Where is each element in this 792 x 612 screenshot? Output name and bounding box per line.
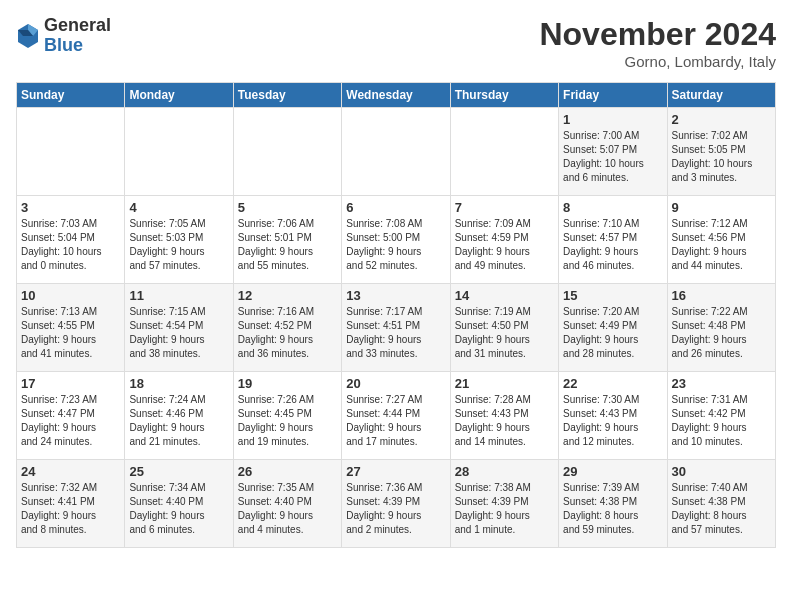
- day-info: Sunrise: 7:28 AM Sunset: 4:43 PM Dayligh…: [455, 393, 554, 449]
- day-info: Sunrise: 7:06 AM Sunset: 5:01 PM Dayligh…: [238, 217, 337, 273]
- calendar-cell: 25Sunrise: 7:34 AM Sunset: 4:40 PM Dayli…: [125, 460, 233, 548]
- header-row: SundayMondayTuesdayWednesdayThursdayFrid…: [17, 83, 776, 108]
- weekday-header: Tuesday: [233, 83, 341, 108]
- calendar-cell: 19Sunrise: 7:26 AM Sunset: 4:45 PM Dayli…: [233, 372, 341, 460]
- location: Gorno, Lombardy, Italy: [539, 53, 776, 70]
- day-number: 30: [672, 464, 771, 479]
- day-number: 7: [455, 200, 554, 215]
- day-number: 21: [455, 376, 554, 391]
- day-info: Sunrise: 7:08 AM Sunset: 5:00 PM Dayligh…: [346, 217, 445, 273]
- calendar-cell: 4Sunrise: 7:05 AM Sunset: 5:03 PM Daylig…: [125, 196, 233, 284]
- day-info: Sunrise: 7:00 AM Sunset: 5:07 PM Dayligh…: [563, 129, 662, 185]
- calendar-row: 17Sunrise: 7:23 AM Sunset: 4:47 PM Dayli…: [17, 372, 776, 460]
- logo-icon: [16, 22, 40, 50]
- calendar-cell: 8Sunrise: 7:10 AM Sunset: 4:57 PM Daylig…: [559, 196, 667, 284]
- day-info: Sunrise: 7:27 AM Sunset: 4:44 PM Dayligh…: [346, 393, 445, 449]
- day-number: 6: [346, 200, 445, 215]
- day-number: 22: [563, 376, 662, 391]
- month-title: November 2024: [539, 16, 776, 53]
- logo-text: General Blue: [44, 16, 111, 56]
- calendar-table: SundayMondayTuesdayWednesdayThursdayFrid…: [16, 82, 776, 548]
- day-number: 2: [672, 112, 771, 127]
- day-number: 9: [672, 200, 771, 215]
- day-info: Sunrise: 7:22 AM Sunset: 4:48 PM Dayligh…: [672, 305, 771, 361]
- day-info: Sunrise: 7:09 AM Sunset: 4:59 PM Dayligh…: [455, 217, 554, 273]
- day-number: 15: [563, 288, 662, 303]
- day-info: Sunrise: 7:10 AM Sunset: 4:57 PM Dayligh…: [563, 217, 662, 273]
- day-info: Sunrise: 7:39 AM Sunset: 4:38 PM Dayligh…: [563, 481, 662, 537]
- day-info: Sunrise: 7:12 AM Sunset: 4:56 PM Dayligh…: [672, 217, 771, 273]
- day-number: 23: [672, 376, 771, 391]
- day-number: 11: [129, 288, 228, 303]
- calendar-cell: [125, 108, 233, 196]
- day-info: Sunrise: 7:26 AM Sunset: 4:45 PM Dayligh…: [238, 393, 337, 449]
- calendar-cell: 5Sunrise: 7:06 AM Sunset: 5:01 PM Daylig…: [233, 196, 341, 284]
- calendar-cell: 24Sunrise: 7:32 AM Sunset: 4:41 PM Dayli…: [17, 460, 125, 548]
- day-number: 10: [21, 288, 120, 303]
- weekday-header: Friday: [559, 83, 667, 108]
- calendar-cell: [450, 108, 558, 196]
- calendar-cell: 23Sunrise: 7:31 AM Sunset: 4:42 PM Dayli…: [667, 372, 775, 460]
- day-number: 1: [563, 112, 662, 127]
- day-info: Sunrise: 7:40 AM Sunset: 4:38 PM Dayligh…: [672, 481, 771, 537]
- logo: General Blue: [16, 16, 111, 56]
- day-number: 19: [238, 376, 337, 391]
- title-block: November 2024 Gorno, Lombardy, Italy: [539, 16, 776, 70]
- day-info: Sunrise: 7:35 AM Sunset: 4:40 PM Dayligh…: [238, 481, 337, 537]
- calendar-row: 3Sunrise: 7:03 AM Sunset: 5:04 PM Daylig…: [17, 196, 776, 284]
- calendar-cell: 6Sunrise: 7:08 AM Sunset: 5:00 PM Daylig…: [342, 196, 450, 284]
- calendar-cell: 14Sunrise: 7:19 AM Sunset: 4:50 PM Dayli…: [450, 284, 558, 372]
- day-number: 12: [238, 288, 337, 303]
- calendar-cell: 18Sunrise: 7:24 AM Sunset: 4:46 PM Dayli…: [125, 372, 233, 460]
- calendar-cell: 21Sunrise: 7:28 AM Sunset: 4:43 PM Dayli…: [450, 372, 558, 460]
- day-info: Sunrise: 7:13 AM Sunset: 4:55 PM Dayligh…: [21, 305, 120, 361]
- calendar-cell: 16Sunrise: 7:22 AM Sunset: 4:48 PM Dayli…: [667, 284, 775, 372]
- calendar-row: 10Sunrise: 7:13 AM Sunset: 4:55 PM Dayli…: [17, 284, 776, 372]
- day-info: Sunrise: 7:16 AM Sunset: 4:52 PM Dayligh…: [238, 305, 337, 361]
- calendar-cell: 26Sunrise: 7:35 AM Sunset: 4:40 PM Dayli…: [233, 460, 341, 548]
- calendar-cell: 2Sunrise: 7:02 AM Sunset: 5:05 PM Daylig…: [667, 108, 775, 196]
- calendar-cell: 13Sunrise: 7:17 AM Sunset: 4:51 PM Dayli…: [342, 284, 450, 372]
- day-info: Sunrise: 7:30 AM Sunset: 4:43 PM Dayligh…: [563, 393, 662, 449]
- day-info: Sunrise: 7:05 AM Sunset: 5:03 PM Dayligh…: [129, 217, 228, 273]
- day-number: 5: [238, 200, 337, 215]
- calendar-cell: 11Sunrise: 7:15 AM Sunset: 4:54 PM Dayli…: [125, 284, 233, 372]
- weekday-header: Sunday: [17, 83, 125, 108]
- calendar-cell: 27Sunrise: 7:36 AM Sunset: 4:39 PM Dayli…: [342, 460, 450, 548]
- calendar-row: 24Sunrise: 7:32 AM Sunset: 4:41 PM Dayli…: [17, 460, 776, 548]
- day-number: 20: [346, 376, 445, 391]
- calendar-cell: 9Sunrise: 7:12 AM Sunset: 4:56 PM Daylig…: [667, 196, 775, 284]
- day-info: Sunrise: 7:20 AM Sunset: 4:49 PM Dayligh…: [563, 305, 662, 361]
- calendar-header: SundayMondayTuesdayWednesdayThursdayFrid…: [17, 83, 776, 108]
- logo-blue: Blue: [44, 36, 111, 56]
- calendar-cell: 7Sunrise: 7:09 AM Sunset: 4:59 PM Daylig…: [450, 196, 558, 284]
- day-info: Sunrise: 7:23 AM Sunset: 4:47 PM Dayligh…: [21, 393, 120, 449]
- day-number: 13: [346, 288, 445, 303]
- calendar-cell: 20Sunrise: 7:27 AM Sunset: 4:44 PM Dayli…: [342, 372, 450, 460]
- day-info: Sunrise: 7:15 AM Sunset: 4:54 PM Dayligh…: [129, 305, 228, 361]
- calendar-cell: 28Sunrise: 7:38 AM Sunset: 4:39 PM Dayli…: [450, 460, 558, 548]
- day-info: Sunrise: 7:34 AM Sunset: 4:40 PM Dayligh…: [129, 481, 228, 537]
- day-info: Sunrise: 7:03 AM Sunset: 5:04 PM Dayligh…: [21, 217, 120, 273]
- calendar-cell: 29Sunrise: 7:39 AM Sunset: 4:38 PM Dayli…: [559, 460, 667, 548]
- day-number: 24: [21, 464, 120, 479]
- calendar-cell: 22Sunrise: 7:30 AM Sunset: 4:43 PM Dayli…: [559, 372, 667, 460]
- day-number: 16: [672, 288, 771, 303]
- day-info: Sunrise: 7:36 AM Sunset: 4:39 PM Dayligh…: [346, 481, 445, 537]
- day-number: 17: [21, 376, 120, 391]
- calendar-cell: 17Sunrise: 7:23 AM Sunset: 4:47 PM Dayli…: [17, 372, 125, 460]
- day-info: Sunrise: 7:19 AM Sunset: 4:50 PM Dayligh…: [455, 305, 554, 361]
- day-number: 18: [129, 376, 228, 391]
- calendar-cell: 10Sunrise: 7:13 AM Sunset: 4:55 PM Dayli…: [17, 284, 125, 372]
- day-info: Sunrise: 7:17 AM Sunset: 4:51 PM Dayligh…: [346, 305, 445, 361]
- calendar-cell: 30Sunrise: 7:40 AM Sunset: 4:38 PM Dayli…: [667, 460, 775, 548]
- day-number: 25: [129, 464, 228, 479]
- calendar-cell: [233, 108, 341, 196]
- day-info: Sunrise: 7:24 AM Sunset: 4:46 PM Dayligh…: [129, 393, 228, 449]
- day-info: Sunrise: 7:38 AM Sunset: 4:39 PM Dayligh…: [455, 481, 554, 537]
- calendar-cell: [17, 108, 125, 196]
- day-info: Sunrise: 7:31 AM Sunset: 4:42 PM Dayligh…: [672, 393, 771, 449]
- logo-general: General: [44, 16, 111, 36]
- day-info: Sunrise: 7:02 AM Sunset: 5:05 PM Dayligh…: [672, 129, 771, 185]
- day-number: 3: [21, 200, 120, 215]
